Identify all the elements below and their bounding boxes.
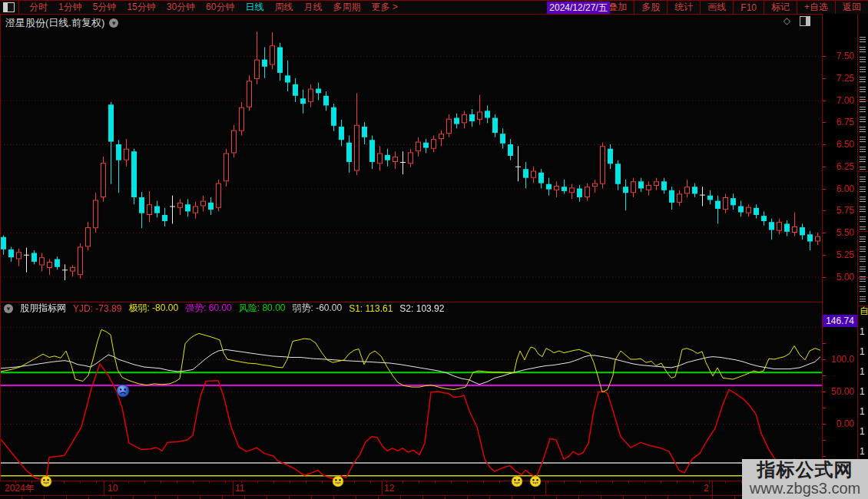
date-tick (419, 481, 419, 484)
date-tick (693, 481, 694, 484)
date-tick (128, 481, 129, 484)
buy-signal-smiley-icon (40, 475, 52, 491)
clipped-glyph-fragment (860, 197, 866, 203)
date-tick (209, 481, 210, 484)
layout-panel-icon[interactable] (3, 2, 15, 12)
diamond-icon[interactable]: ◇ (784, 15, 790, 26)
clipped-glyph-fragment (860, 226, 866, 233)
date-tick (112, 481, 113, 484)
date-tick (435, 481, 436, 484)
period-tab-5[interactable]: 60分钟 (206, 2, 234, 12)
indicator-tick (823, 392, 826, 392)
period-tab-1[interactable]: 1分钟 (58, 2, 82, 12)
period-tab-0[interactable]: 分时 (29, 2, 48, 12)
toolbar-action-8[interactable]: 返回 (835, 1, 868, 14)
price-tick-label: 6.25 (837, 162, 854, 171)
clipped-glyph-fragment (860, 67, 866, 74)
price-axis: 7.507.257.006.756.506.256.005.755.505.25… (822, 14, 858, 499)
date-tick (580, 481, 581, 484)
toolbar-action-5[interactable]: F10 (733, 1, 764, 14)
price-tick-label: 5.25 (837, 250, 854, 259)
period-tab-4[interactable]: 30分钟 (167, 2, 195, 12)
page-title: 澄星股份(日线.前复权) (5, 16, 104, 30)
strip-digit: 1 (860, 447, 865, 457)
date-tick (241, 481, 242, 484)
period-tab-8[interactable]: 月线 (303, 2, 322, 12)
strip-divider (858, 231, 868, 232)
date-label: 2024年 (5, 484, 35, 494)
strip-divider (858, 171, 868, 172)
clipped-glyph-fragment (860, 117, 866, 124)
clipped-glyph-fragment (860, 47, 866, 54)
clipped-glyph-fragment (860, 216, 866, 223)
chevron-down-icon[interactable]: ▾ (109, 18, 118, 28)
date-tick (64, 481, 65, 484)
indicator-header: ▾ 股朋指标网 YJD: -73.89极弱: -80.00强势: 60.00风险… (4, 302, 444, 314)
toolbar-action-4[interactable]: 画线 (700, 1, 733, 14)
buy-signal-smiley-icon (529, 475, 542, 491)
date-tick (661, 481, 661, 484)
date-tick (403, 481, 403, 484)
strip-digit: 1 (860, 347, 865, 357)
toolbar-action-6[interactable]: 标记 (764, 1, 797, 14)
price-tick (823, 167, 826, 167)
strip-divider (858, 277, 868, 278)
date-label: 2 (704, 484, 709, 494)
clipped-right-panel[interactable]: 自1111111 (858, 14, 868, 499)
panel-toggle-icon[interactable] (800, 16, 810, 26)
period-tab-10[interactable]: 更多 > (371, 2, 397, 12)
toolbar-action-2[interactable]: 多股 (634, 1, 667, 14)
candlestick-chart[interactable] (1, 31, 822, 302)
indicator-param-0: YJD: -73.89 (73, 303, 121, 314)
indicator-param-3: 风险: 80.00 (239, 302, 286, 315)
price-tick (823, 210, 826, 211)
date-axis: 2024年1011122 (0, 481, 868, 496)
date-tick (144, 481, 145, 484)
clipped-glyph-fragment (860, 87, 866, 94)
date-tick (290, 481, 290, 484)
indicator-param-2: 强势: 60.00 (185, 302, 232, 315)
indicator-param-5: S1: 113.61 (349, 303, 393, 314)
toolbar-action-7[interactable]: +自选 (797, 1, 835, 14)
period-tab-9[interactable]: 多周期 (333, 2, 360, 12)
app-window: 分时1分钟5分钟15分钟30分钟60分钟日线周线月线多周期更多 > 复权叠加多股… (0, 0, 868, 499)
indicator-max-value: 146.74 (823, 315, 857, 327)
indicator-tick (823, 375, 826, 376)
indicator-tick (823, 408, 826, 408)
clipped-glyph-fragment (860, 57, 866, 64)
price-tick (823, 56, 826, 57)
period-tab-6[interactable]: 日线 (245, 2, 263, 12)
price-tick (823, 78, 826, 79)
date-tick (628, 481, 629, 484)
buy-signal-smiley-icon (332, 475, 344, 491)
month-divider (382, 481, 383, 495)
indicator-collapse-icon[interactable]: ▾ (4, 304, 13, 313)
strip-digit: 1 (860, 387, 865, 397)
date-tick (31, 481, 32, 484)
date-tick (709, 481, 710, 484)
period-tab-3[interactable]: 15分钟 (127, 2, 155, 12)
date-label: 10 (108, 484, 118, 494)
price-tick-label: 7.25 (837, 74, 854, 83)
toolbar-action-3[interactable]: 统计 (667, 1, 700, 14)
date-tick (322, 481, 323, 484)
price-tick (823, 233, 826, 233)
indicator-tick-label: 0.00 (837, 419, 854, 428)
clipped-glyph-fragment (860, 187, 866, 193)
title-row: 澄星股份(日线.前复权) ▾ ◇ (0, 14, 868, 31)
top-toolbar: 分时1分钟5分钟15分钟30分钟60分钟日线周线月线多周期更多 > 复权叠加多股… (0, 1, 868, 15)
clipped-glyph-fragment (860, 77, 866, 84)
period-tab-2[interactable]: 5分钟 (93, 2, 117, 12)
price-tick-label: 6.75 (837, 117, 854, 127)
clipped-glyph-fragment (860, 256, 866, 263)
date-tick (548, 481, 548, 484)
period-tab-7[interactable]: 周线 (274, 2, 293, 12)
clipped-glyph-fragment (860, 296, 866, 303)
date-label: 12 (384, 484, 394, 494)
date-tick (451, 481, 452, 484)
clipped-glyph-fragment (860, 177, 866, 183)
indicator-name: 股朋指标网 (20, 302, 66, 315)
strip-digit: 1 (860, 327, 865, 337)
date-tick (306, 481, 306, 484)
clipped-glyph-fragment (860, 137, 866, 144)
